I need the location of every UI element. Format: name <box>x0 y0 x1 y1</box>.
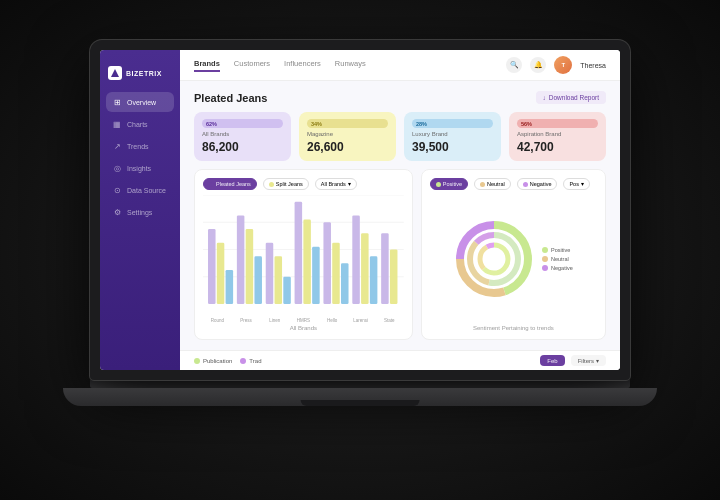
bar-chart-x-labels: Round Press Linen HMRS Hello Larensi Sta… <box>203 318 404 323</box>
tab-brands[interactable]: Brands <box>194 59 220 72</box>
charts-icon: ▦ <box>112 119 122 129</box>
filter-dot <box>523 182 528 187</box>
sidebar-item-insights[interactable]: ◎ Insights <box>106 158 174 178</box>
notification-icon-btn[interactable]: 🔔 <box>530 57 546 73</box>
x-label: Round <box>203 318 232 323</box>
tab-runways[interactable]: Runways <box>335 59 366 72</box>
svg-rect-22 <box>381 233 389 304</box>
svg-rect-9 <box>254 256 262 304</box>
stat-label-allbrands: All Brands <box>202 131 283 137</box>
stat-value-luxurybrand: 39,500 <box>412 140 493 154</box>
legend-label: Positive <box>551 247 570 253</box>
overview-icon: ⊞ <box>112 97 122 107</box>
logo-icon <box>108 66 122 80</box>
sidebar-item-settings[interactable]: ⚙ Settings <box>106 202 174 222</box>
bottom-right: Feb Filters ▾ <box>540 355 606 366</box>
svg-rect-17 <box>332 243 340 304</box>
legend-label: Negative <box>551 265 573 271</box>
stat-value-aspirationbrand: 42,700 <box>517 140 598 154</box>
legend-dot <box>542 256 548 262</box>
sidebar-item-overview[interactable]: ⊞ Overview <box>106 92 174 112</box>
filter-positive[interactable]: Positive <box>430 178 468 190</box>
app-container: BIZETRIX ⊞ Overview ▦ Charts ↗ <box>100 50 620 370</box>
pill-label: Publication <box>203 358 232 364</box>
filter-all-brands[interactable]: All Brands ▾ <box>315 178 357 190</box>
pill-label: Trad <box>249 358 261 364</box>
trends-icon: ↗ <box>112 141 122 151</box>
bottom-pill-publication: Publication <box>194 358 232 364</box>
svg-rect-15 <box>312 247 320 304</box>
legend-label: Neutral <box>551 256 569 262</box>
filter-neutral[interactable]: Neutral <box>474 178 511 190</box>
logo-text: BIZETRIX <box>126 70 162 77</box>
laptop-screen: BIZETRIX ⊞ Overview ▦ Charts ↗ <box>100 50 620 370</box>
svg-rect-18 <box>341 263 349 304</box>
tab-customers[interactable]: Customers <box>234 59 270 72</box>
svg-rect-20 <box>361 233 369 304</box>
svg-rect-10 <box>266 243 274 304</box>
download-report-button[interactable]: ↓ Download Report <box>536 91 606 104</box>
filter-split-jeans[interactable]: Split Jeans <box>263 178 309 190</box>
bar-chart-header: Pleated Jeans Split Jeans All Brands ▾ <box>203 178 404 190</box>
x-label: State <box>375 318 404 323</box>
laptop-base <box>63 388 657 406</box>
donut-wrap <box>454 219 534 299</box>
sidebar-item-label: Settings <box>127 209 152 216</box>
bottom-pills: Publication Trad <box>194 358 261 364</box>
pill-dot <box>240 358 246 364</box>
stat-value-magazine: 26,600 <box>307 140 388 154</box>
sidebar-item-datasource[interactable]: ⊙ Data Source <box>106 180 174 200</box>
sidebar-item-label: Trends <box>127 143 149 150</box>
main-content: Brands Customers Influencers Runways 🔍 🔔… <box>180 50 620 370</box>
filter-label: Positive <box>443 181 462 187</box>
x-label: Linen <box>260 318 289 323</box>
svg-rect-12 <box>283 277 291 304</box>
download-icon: ↓ <box>543 94 546 101</box>
svg-rect-6 <box>226 270 234 304</box>
tab-influencers[interactable]: Influencers <box>284 59 321 72</box>
stat-badge-luxurybrand: 28% <box>412 119 493 128</box>
sidebar-item-trends[interactable]: ↗ Trends <box>106 136 174 156</box>
bar-chart-card: Pleated Jeans Split Jeans All Brands ▾ <box>194 169 413 340</box>
laptop-bezel: BIZETRIX ⊞ Overview ▦ Charts ↗ <box>90 40 630 380</box>
sidebar-item-label: Overview <box>127 99 156 106</box>
chevron-down-icon: ▾ <box>348 181 351 187</box>
x-label: HMRS <box>289 318 318 323</box>
stat-badge-allbrands: 62% <box>202 119 283 128</box>
filter-negative[interactable]: Negative <box>517 178 558 190</box>
stats-row: 62% All Brands 86,200 34% Magazine 26,60… <box>194 112 606 161</box>
top-nav-right: 🔍 🔔 T Theresa <box>506 56 606 74</box>
top-nav: Brands Customers Influencers Runways 🔍 🔔… <box>180 50 620 81</box>
bottom-bar: Publication Trad Feb Filters ▾ <box>180 350 620 370</box>
pill-dot <box>194 358 200 364</box>
filters-button[interactable]: Filters ▾ <box>571 355 606 366</box>
chevron-down-icon: ▾ <box>596 357 599 364</box>
sidebar-item-label: Charts <box>127 121 148 128</box>
dropdown-pos[interactable]: Pos ▾ <box>563 178 589 190</box>
filter-pleated-jeans[interactable]: Pleated Jeans <box>203 178 257 190</box>
bar-chart-svg <box>203 195 404 304</box>
svg-point-33 <box>488 253 500 265</box>
top-nav-tabs: Brands Customers Influencers Runways <box>194 59 366 72</box>
svg-rect-23 <box>390 250 398 305</box>
legend-dot <box>542 247 548 253</box>
stat-label-magazine: Magazine <box>307 131 388 137</box>
filter-dot <box>480 182 485 187</box>
feb-button[interactable]: Feb <box>540 355 564 366</box>
svg-rect-11 <box>275 256 283 304</box>
svg-rect-16 <box>323 222 331 304</box>
datasource-icon: ⊙ <box>112 185 122 195</box>
donut-chart-footer: Sentiment Pertaining to trends <box>430 325 597 331</box>
sidebar-item-charts[interactable]: ▦ Charts <box>106 114 174 134</box>
svg-rect-14 <box>303 220 311 304</box>
search-icon-btn[interactable]: 🔍 <box>506 57 522 73</box>
filter-dot <box>209 182 214 187</box>
bar-chart-body: Round Press Linen HMRS Hello Larensi Sta… <box>203 195 404 331</box>
filter-label: Filters <box>578 358 594 364</box>
filter-label: Neutral <box>487 181 505 187</box>
stat-badge-aspirationbrand: 56% <box>517 119 598 128</box>
donut-area: Positive Neutral <box>430 195 597 323</box>
bar-chart-footer: All Brands <box>203 325 404 331</box>
svg-rect-13 <box>295 202 303 304</box>
laptop-hinge <box>90 380 630 388</box>
